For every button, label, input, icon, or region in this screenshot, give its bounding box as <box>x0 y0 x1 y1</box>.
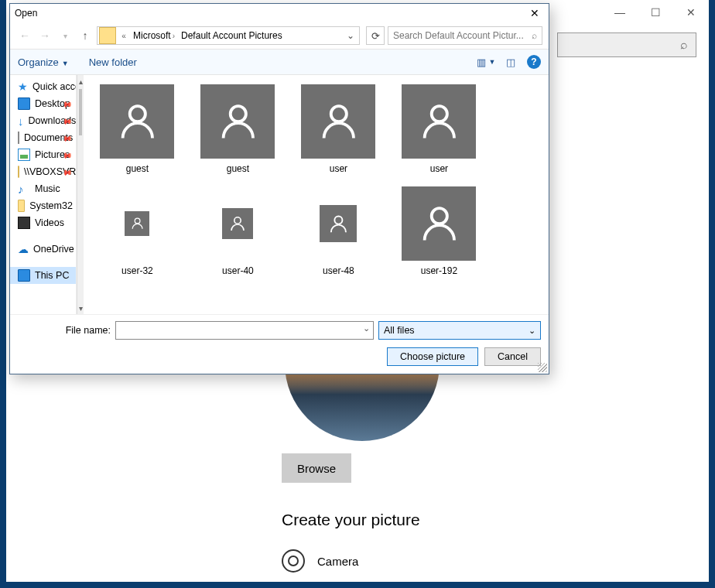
svg-point-0 <box>129 106 145 121</box>
nav-recent-dropdown[interactable]: ▾ <box>56 27 74 44</box>
chevron-down-icon: ▼ <box>489 58 496 66</box>
folder-icon <box>18 200 25 212</box>
address-dropdown[interactable]: ⌄ <box>342 30 359 41</box>
dialog-close-button[interactable]: ✕ <box>525 5 544 21</box>
file-tile[interactable]: guest <box>87 84 187 174</box>
file-label: user-40 <box>222 265 254 276</box>
camera-label: Camera <box>317 555 358 568</box>
desktop-icon <box>18 97 30 110</box>
tree-vbox[interactable]: \\VBOXSVR\S📌 <box>10 163 76 180</box>
resize-grip[interactable] <box>538 363 547 372</box>
breadcrumb-seg[interactable]: Default Account Pictures <box>178 30 286 41</box>
file-thumbnail <box>402 186 476 261</box>
file-thumbnail <box>125 211 149 236</box>
file-thumbnail <box>100 84 174 159</box>
chevron-down-icon: ▼ <box>62 60 69 67</box>
file-thumbnail <box>301 84 375 159</box>
close-button[interactable]: ✕ <box>673 0 709 25</box>
file-thumbnail <box>200 84 275 159</box>
tree-system32[interactable]: System32 <box>10 197 76 214</box>
tree-documents[interactable]: Documents📌 <box>10 129 76 146</box>
file-tile[interactable]: user-192 <box>388 186 489 276</box>
address-history-dropdown[interactable]: « <box>118 32 130 40</box>
file-tile[interactable]: user-48 <box>288 186 388 276</box>
dialog-title: Open <box>15 8 37 19</box>
scroll-up-icon[interactable]: ▴ <box>77 75 84 87</box>
choose-picture-button[interactable]: Choose picture <box>387 347 478 366</box>
file-label: guest <box>227 163 249 174</box>
dialog-nav-row: ← → ▾ ↑ « Microsoft› Default Account Pic… <box>10 22 549 49</box>
chevron-down-icon: ⌄ <box>529 326 535 336</box>
filename-input[interactable]: ⌄ <box>115 321 374 340</box>
view-mode-button[interactable]: ▥▼ <box>477 54 494 70</box>
breadcrumb-seg[interactable]: Microsoft› <box>130 30 178 41</box>
file-tile[interactable]: user-32 <box>87 186 187 276</box>
organize-menu[interactable]: Organize▼ <box>18 56 69 68</box>
dialog-toolbar: Organize▼ New folder ▥▼ ◫ ? <box>10 49 549 75</box>
tree-music[interactable]: ♪Music <box>10 180 76 197</box>
file-tile[interactable]: user <box>288 84 388 174</box>
create-picture-heading: Create your picture <box>282 511 420 529</box>
tree-scrollbar[interactable]: ▴ ▾ <box>77 75 84 314</box>
search-icon: ⌕ <box>680 38 688 52</box>
svg-point-3 <box>431 106 446 121</box>
tree-desktop[interactable]: Desktop📌 <box>10 95 76 112</box>
svg-point-4 <box>135 218 140 224</box>
chevron-down-icon: ⌄ <box>363 323 370 333</box>
chevron-right-icon: › <box>173 32 175 40</box>
settings-search[interactable]: ⌕ <box>557 32 696 57</box>
file-tile[interactable]: guest <box>187 84 288 174</box>
scroll-down-icon[interactable]: ▾ <box>77 302 84 314</box>
nav-back-button[interactable]: ← <box>16 27 33 44</box>
onedrive-icon: ☁ <box>18 243 29 255</box>
tree-videos[interactable]: Videos <box>10 214 76 231</box>
tree-thispc[interactable]: This PC <box>10 267 76 284</box>
minimize-button[interactable]: — <box>602 0 638 25</box>
file-tile[interactable]: user-40 <box>187 186 288 276</box>
camera-row[interactable]: Camera <box>282 549 358 573</box>
nav-up-button[interactable]: ↑ <box>77 27 94 44</box>
tree-downloads[interactable]: ↓Downloads📌 <box>10 112 76 129</box>
maximize-button[interactable]: ☐ <box>638 0 673 25</box>
svg-point-7 <box>431 208 446 224</box>
browse-button[interactable]: Browse <box>282 453 351 483</box>
videos-icon <box>18 217 30 229</box>
help-button[interactable]: ? <box>527 55 541 69</box>
documents-icon <box>18 132 19 144</box>
filetype-select[interactable]: All files⌄ <box>378 321 541 340</box>
tree-pictures[interactable]: Pictures📌 <box>10 146 76 163</box>
tree-onedrive[interactable]: ☁OneDrive <box>10 241 76 258</box>
camera-icon <box>282 549 305 573</box>
preview-pane-button[interactable]: ◫ <box>502 54 519 70</box>
file-label: user <box>330 163 347 174</box>
open-dialog: Open ✕ ← → ▾ ↑ « Microsoft› Default Acco… <box>9 3 549 374</box>
file-label: guest <box>126 163 149 174</box>
svg-point-1 <box>230 106 245 121</box>
filename-label: File name: <box>18 325 111 336</box>
file-label: user-32 <box>121 265 153 276</box>
scroll-thumb[interactable] <box>79 89 83 135</box>
cancel-button[interactable]: Cancel <box>484 347 541 366</box>
svg-point-6 <box>334 216 342 224</box>
quick-access-icon: ★ <box>18 80 28 93</box>
pictures-icon <box>18 149 30 161</box>
folder-icon <box>18 166 19 178</box>
file-tile[interactable]: user <box>388 84 489 174</box>
newfolder-button[interactable]: New folder <box>89 56 137 68</box>
thispc-icon <box>18 269 30 282</box>
folder-icon <box>99 27 116 44</box>
nav-forward-button[interactable]: → <box>36 27 53 44</box>
svg-point-2 <box>330 106 346 121</box>
file-thumbnail <box>320 205 357 242</box>
tree-quick-access[interactable]: ★Quick access <box>10 78 76 95</box>
navigation-tree[interactable]: ★Quick access Desktop📌 ↓Downloads📌 Docum… <box>10 75 77 314</box>
file-thumbnail <box>222 208 253 239</box>
svg-point-5 <box>234 217 241 224</box>
dialog-footer: File name: ⌄ All files⌄ Choose picture C… <box>10 314 549 374</box>
file-label: user <box>430 163 448 174</box>
address-bar[interactable]: « Microsoft› Default Account Pictures ⌄ <box>97 26 360 45</box>
dialog-search-input[interactable]: Search Default Account Pictur... ⌕ <box>388 26 542 45</box>
downloads-icon: ↓ <box>18 115 24 127</box>
refresh-button[interactable]: ⟳ <box>366 26 385 45</box>
file-gallery[interactable]: guestguestuseruseruser-32user-40user-48u… <box>84 75 549 314</box>
